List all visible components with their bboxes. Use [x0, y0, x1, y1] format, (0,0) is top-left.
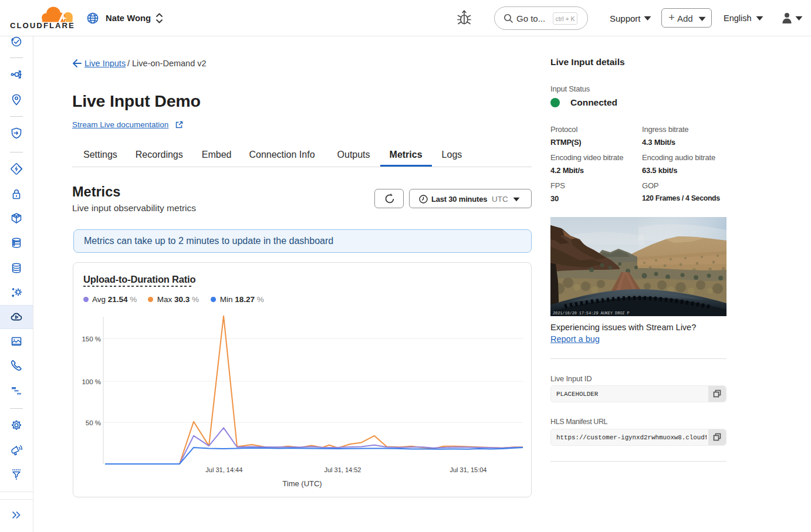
svg-text:Jul 31, 15:04: Jul 31, 15:04: [450, 466, 487, 473]
svg-text:150 %: 150 %: [82, 336, 101, 343]
svg-text:50 %: 50 %: [86, 419, 101, 426]
svg-text:Jul 31, 14:44: Jul 31, 14:44: [205, 466, 242, 473]
svg-text:CLOUDFLARE: CLOUDFLARE: [10, 21, 75, 30]
svg-text:Time (UTC): Time (UTC): [282, 479, 322, 488]
svg-text:Jul 31, 14:52: Jul 31, 14:52: [325, 466, 361, 473]
svg-text:2021/10/20 17:54:29 AUKEY DROZ: 2021/10/20 17:54:29 AUKEY DROZ P: [553, 311, 630, 316]
svg-text:100 %: 100 %: [82, 378, 101, 385]
